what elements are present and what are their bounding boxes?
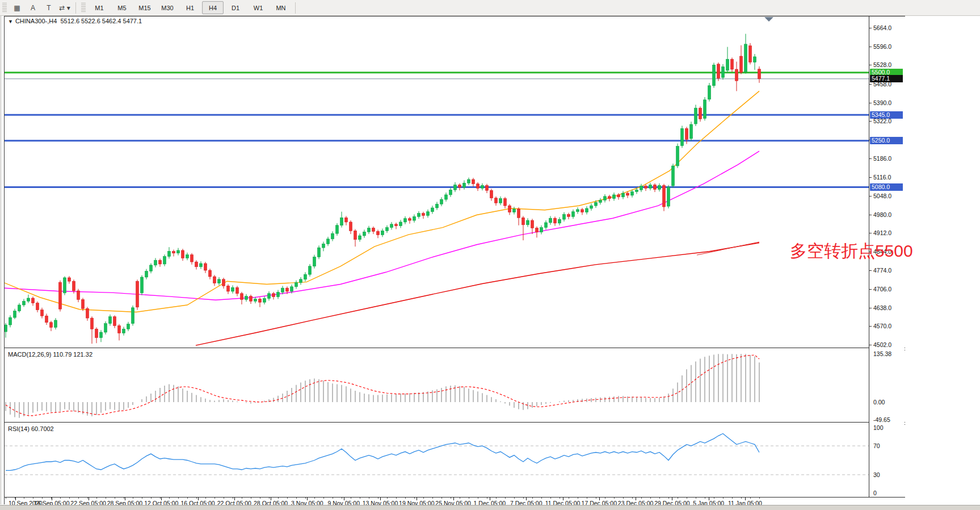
candle-body — [118, 325, 121, 333]
time-minor-tick — [560, 498, 560, 499]
candle-body — [699, 108, 702, 119]
candle-body — [250, 296, 253, 302]
candle-body — [9, 317, 12, 325]
text-box-button[interactable]: T — [41, 1, 56, 14]
timeframe-m30-button[interactable]: M30 — [157, 1, 178, 14]
time-minor-tick — [242, 498, 242, 499]
rsi-tick-label: 30 — [873, 471, 880, 478]
candle-body — [613, 195, 616, 199]
candle-body — [222, 279, 225, 286]
time-minor-tick — [451, 498, 451, 499]
timeframe-w1-button[interactable]: W1 — [247, 1, 269, 14]
candle-body — [486, 186, 489, 191]
candle-body — [86, 308, 89, 318]
window-left-border-outer — [1, 16, 1, 504]
toolbar-drag-handle-2[interactable] — [81, 3, 86, 13]
timeframe-d1-button[interactable]: D1 — [225, 1, 246, 14]
down-arrow-marker[interactable] — [764, 17, 773, 22]
time-minor-tick — [287, 498, 288, 499]
timeframe-mn-button[interactable]: MN — [270, 1, 292, 14]
time-minor-tick — [69, 498, 70, 499]
toolbar-drag-handle[interactable] — [2, 3, 7, 13]
rsi-panel[interactable] — [5, 424, 869, 496]
price-tick-label: 5186.0 — [873, 155, 891, 162]
time-minor-tick — [351, 498, 351, 499]
time-minor-tick — [378, 498, 378, 499]
candle-body — [91, 318, 94, 329]
candle-body — [104, 324, 107, 332]
time-minor-tick — [260, 498, 260, 499]
candle-body — [123, 329, 125, 333]
candle-body — [268, 294, 271, 299]
arrows-dropdown-button[interactable]: ⇄ ▾ — [57, 1, 72, 14]
rsi-canvas[interactable] — [5, 424, 869, 496]
candle-body — [649, 185, 652, 189]
text-a-button[interactable]: A — [26, 1, 40, 14]
candle-body — [304, 274, 307, 279]
time-minor-tick — [196, 498, 197, 499]
symbol-dropdown-icon[interactable]: ▼ — [8, 19, 13, 24]
time-minor-tick — [187, 498, 188, 499]
candle-body — [309, 266, 312, 274]
time-minor-tick — [487, 498, 487, 499]
ohlc-values: 5512.6 5522.6 5462.4 5477.1 — [60, 18, 142, 24]
price-tick-dash — [869, 28, 872, 28]
time-minor-tick — [214, 498, 215, 499]
timeframe-m15-button[interactable]: M15 — [134, 1, 155, 14]
timeframe-h1-button[interactable]: H1 — [179, 1, 201, 14]
candle-body — [413, 216, 416, 220]
time-minor-tick — [314, 498, 315, 499]
candle-body — [154, 260, 157, 265]
candle-body — [177, 250, 180, 253]
price-chart-panel[interactable] — [5, 16, 869, 347]
macd-tick-label: -49.65 — [873, 416, 890, 423]
candle-body — [350, 222, 352, 231]
timeframe-h4-button[interactable]: H4 — [202, 1, 224, 14]
candle-body — [685, 128, 688, 139]
candle-body — [495, 198, 498, 203]
candle-body — [50, 323, 53, 328]
price-tick-dash — [869, 84, 872, 85]
ma-fast-line[interactable] — [5, 91, 759, 312]
price-chart-canvas[interactable] — [5, 16, 869, 347]
indicator-grid-button[interactable]: ▦ — [10, 1, 24, 14]
macd-panel[interactable] — [5, 349, 869, 421]
candle-body — [708, 86, 711, 99]
timeframe-m5-button[interactable]: M5 — [111, 1, 133, 14]
candle-body — [390, 224, 393, 228]
time-minor-tick — [441, 498, 442, 499]
time-minor-tick — [687, 498, 687, 499]
candle-body — [300, 279, 302, 283]
ma-mid-line[interactable] — [5, 151, 759, 300]
time-minor-tick — [478, 498, 478, 499]
time-minor-tick — [269, 498, 270, 499]
candle-body — [459, 185, 461, 187]
timeframe-m1-button[interactable]: M1 — [89, 1, 110, 14]
indicator-grid-icon: ▦ — [14, 4, 20, 12]
candle-body — [95, 329, 98, 337]
candle-body — [322, 244, 325, 248]
macd-values: 110.79 121.32 — [53, 351, 92, 358]
candle-body — [150, 265, 153, 271]
candle-body — [395, 224, 398, 226]
time-minor-tick — [169, 498, 170, 499]
trend-line[interactable] — [697, 242, 759, 255]
candle-body — [145, 271, 148, 277]
time-minor-tick — [596, 498, 596, 499]
candle-body — [481, 186, 484, 189]
price-tick-dash — [869, 196, 872, 197]
candle-body — [132, 308, 134, 324]
candle-body — [82, 299, 85, 308]
time-minor-tick — [432, 498, 433, 499]
time-minor-tick — [569, 498, 569, 499]
candle-body — [740, 56, 743, 73]
macd-histogram — [6, 354, 759, 417]
candle-body — [735, 69, 738, 81]
candle-body — [531, 220, 534, 228]
candle-body — [549, 218, 552, 223]
candle-body — [204, 264, 207, 270]
price-tick-dash — [869, 215, 872, 215]
price-tick-label: 5116.0 — [873, 174, 891, 181]
macd-canvas[interactable] — [5, 349, 869, 421]
time-minor-tick — [233, 498, 233, 499]
